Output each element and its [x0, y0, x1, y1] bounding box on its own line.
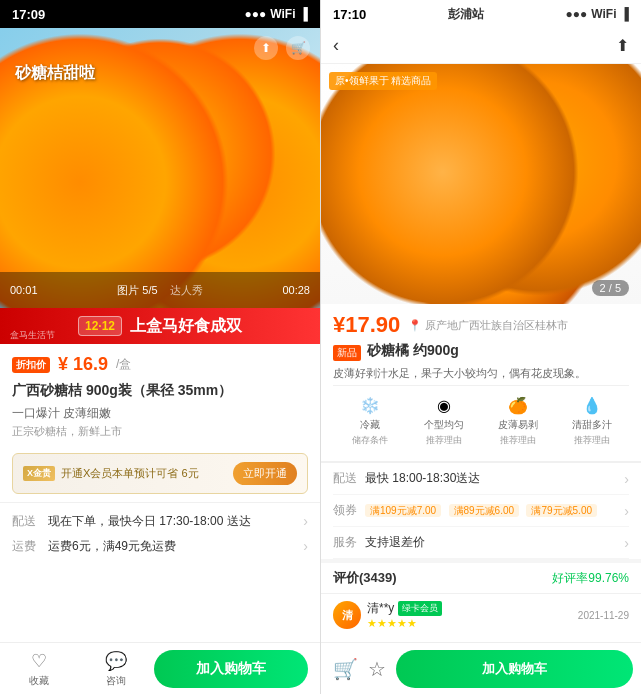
freight-value: 运费6元，满49元免运费 [48, 538, 303, 555]
image-top-icons[interactable]: ⬆ 🛒 [254, 36, 310, 60]
coupon-tag3: 满79元减5.00 [526, 504, 597, 517]
juice-icon: 💧 [576, 394, 608, 416]
open-membership-btn[interactable]: 立即开通 [233, 462, 297, 485]
promo-subtitle: 盒马生活节 [10, 329, 55, 342]
star-bottom-icon[interactable]: ☆ [368, 657, 386, 681]
coupon-label: 领券 [333, 502, 365, 519]
membership-left: X金贵 开通X会员本单预计可省 6元 [23, 466, 199, 481]
membership-banner: X金贵 开通X会员本单预计可省 6元 立即开通 [12, 453, 308, 494]
uniform-icon: ◉ [428, 394, 460, 416]
new-badge: 新品 [333, 345, 361, 361]
orange-display [321, 64, 641, 304]
cart-icon[interactable]: 🛒 [286, 36, 310, 60]
video-duration: 00:28 [282, 284, 310, 296]
promo-banner-content: 12·12 上盒马好食成双 [78, 316, 242, 337]
coupon-tag2: 满89元减6.00 [449, 504, 520, 517]
delivery-label: 配送 [12, 513, 48, 530]
cart-bottom-icon[interactable]: 🛒 [333, 657, 358, 681]
consult-label: 咨询 [106, 674, 126, 688]
product-subtitle1: 一口爆汁 皮薄细嫩 [12, 405, 308, 422]
right-bottom-icons: 🛒 ☆ [329, 657, 390, 681]
green-member-badge: 绿卡会员 [398, 601, 442, 616]
reviewer-name: 清**y [367, 600, 394, 617]
page-indicator-text: 图片 5/5 [117, 283, 157, 298]
right-share-icon[interactable]: ⬆ [616, 36, 629, 55]
price-row: 折扣价 ¥ 16.9 /盒 [12, 354, 308, 375]
freight-chevron: › [303, 538, 308, 554]
promo-text: 上盒马好食成双 [130, 316, 242, 337]
right-battery-icon: ▐ [620, 7, 629, 21]
delivery-info-value: 最快 18:00-18:30送达 [365, 470, 624, 487]
left-bottom-bar: ♡ 收藏 💬 咨询 加入购物车 [0, 642, 320, 694]
features-row: ❄️ 冷藏 储存条件 ◉ 个型均匀 推荐理由 🍊 皮薄易剥 推荐理由 💧 清甜多… [333, 385, 629, 455]
share-icon[interactable]: ⬆ [254, 36, 278, 60]
delivery-info-chevron: › [624, 471, 629, 487]
right-product-name: 砂糖橘 约900g [367, 342, 459, 360]
membership-text: 开通X会员本单预计可省 6元 [61, 466, 199, 481]
left-time: 17:09 [12, 7, 45, 22]
reviewer-row: 清 清**y 绿卡会员 ★★★★★ 2021-11-29 [333, 600, 629, 630]
verified-badge: 原•领鲜果于 精选商品 [329, 72, 437, 90]
coupon-row[interactable]: 领券 满109元减7.00 满89元减6.00 满79元减5.00 › [333, 495, 629, 527]
back-btn[interactable]: ‹ [333, 35, 339, 56]
right-name-row: 新品 砂糖橘 约900g [333, 342, 629, 363]
left-status-icons: ●●● WiFi ▐ [245, 7, 308, 21]
consult-nav[interactable]: 💬 咨询 [77, 650, 154, 688]
video-timer: 00:01 [10, 284, 38, 296]
discount-badge: 折扣价 [12, 357, 50, 373]
left-add-cart-btn[interactable]: 加入购物车 [154, 650, 308, 688]
coupon-chevron: › [624, 503, 629, 519]
feature-cold: ❄️ 冷藏 储存条件 [333, 394, 407, 447]
right-price-row: ¥17.90 📍 原产地广西壮族自治区桂林市 [333, 312, 629, 338]
coupon-value: 满109元减7.00 满89元减6.00 满79元减5.00 [365, 503, 624, 518]
reviewer-info: 清 清**y 绿卡会员 ★★★★★ [333, 600, 442, 630]
origin-text: 原产地广西壮族自治区桂林市 [425, 318, 568, 333]
review-date: 2021-11-29 [578, 610, 629, 621]
chat-icon: 💬 [105, 650, 127, 672]
wifi-icon: WiFi [270, 7, 295, 21]
collect-label: 收藏 [29, 674, 49, 688]
delivery-value: 现在下单，最快今日 17:30-18:00 送达 [48, 513, 303, 530]
service-label: 服务 [333, 534, 365, 551]
reviews-header: 评价(3439) 好评率99.76% [321, 559, 641, 593]
delivery-row: 配送 现在下单，最快今日 17:30-18:00 送达 › [12, 509, 308, 534]
right-time: 17:10 [333, 7, 366, 22]
right-nav: ‹ ⬆ [321, 28, 641, 64]
reviewer-name-row: 清**y 绿卡会员 [367, 600, 442, 617]
right-status-icons: ●●● WiFi ▐ [566, 7, 629, 21]
product-tag: 正宗砂糖桔，新鲜上市 [12, 424, 308, 439]
product-image-area: 砂糖桔甜啦 ⬆ 🛒 00:01 图片 5/5 达人秀 00:28 [0, 28, 320, 308]
feature-peel: 🍊 皮薄易剥 推荐理由 [481, 394, 555, 447]
service-value: 支持退差价 [365, 534, 624, 551]
peel-icon: 🍊 [502, 394, 534, 416]
delivery-info-label: 配送 [333, 470, 365, 487]
cold-icon: ❄️ [354, 394, 386, 416]
delivery-chevron: › [303, 513, 308, 529]
pin-icon: 📍 [408, 319, 422, 332]
reviewer-avatar: 清 [333, 601, 361, 629]
service-chevron: › [624, 535, 629, 551]
right-price: ¥17.90 [333, 312, 400, 338]
service-row[interactable]: 服务 支持退差价 › [333, 527, 629, 559]
image-counter: 2 / 5 [592, 280, 629, 296]
right-bottom-bar: 🛒 ☆ 加入购物车 [321, 642, 641, 694]
product-info-section: 折扣价 ¥ 16.9 /盒 广西砂糖桔 900g装（果径 35mm） 一口爆汁 … [0, 344, 320, 445]
member-icon: X金贵 [23, 466, 55, 481]
double12-badge: 12·12 [78, 316, 122, 336]
product-price: ¥ 16.9 [58, 354, 108, 375]
tab-daren[interactable]: 达人秀 [170, 283, 203, 298]
feature-uniform: ◉ 个型均匀 推荐理由 [407, 394, 481, 447]
heart-icon: ♡ [31, 650, 47, 672]
right-add-cart-btn[interactable]: 加入购物车 [396, 650, 633, 688]
collect-nav[interactable]: ♡ 收藏 [0, 650, 77, 688]
delivery-info-row[interactable]: 配送 最快 18:00-18:30送达 › [333, 463, 629, 495]
info-rows: 配送 最快 18:00-18:30送达 › 领券 满109元减7.00 满89元… [321, 462, 641, 559]
reviewer-details: 清**y 绿卡会员 ★★★★★ [367, 600, 442, 630]
image-bottom-bar: 00:01 图片 5/5 达人秀 00:28 [0, 272, 320, 308]
reviews-rating: 好评率99.76% [552, 570, 629, 587]
left-panel: 17:09 ●●● WiFi ▐ 砂糖桔甜啦 ⬆ 🛒 00:01 图片 5/5 … [0, 0, 320, 694]
freight-label: 运费 [12, 538, 48, 555]
right-panel: 17:10 彭浦站 ●●● WiFi ▐ ‹ ⬆ 原•领鲜果于 精选商品 2 /… [320, 0, 641, 694]
coupon-tag1: 满109元减7.00 [365, 504, 441, 517]
right-status-bar: 17:10 彭浦站 ●●● WiFi ▐ [321, 0, 641, 28]
